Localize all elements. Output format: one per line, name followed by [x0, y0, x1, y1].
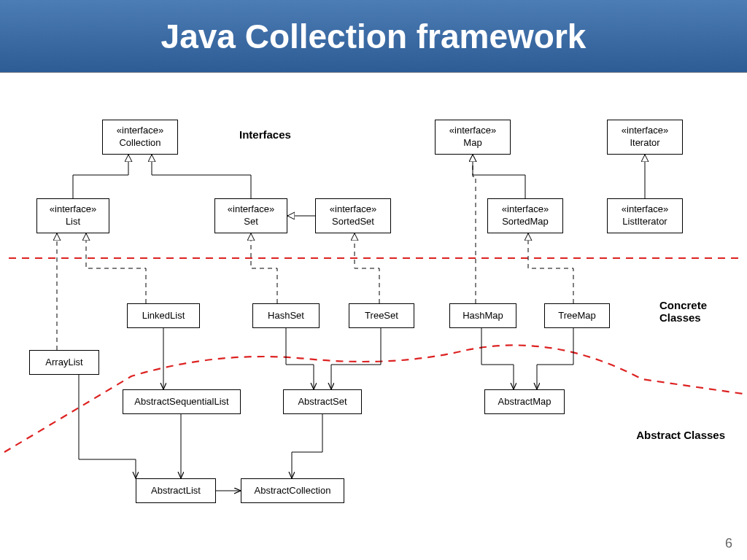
box-set: «interface» Set	[214, 198, 287, 233]
name: TreeSet	[365, 310, 398, 322]
box-collection: «interface» Collection	[102, 120, 178, 155]
box-abstractcollection: AbstractCollection	[241, 478, 344, 503]
box-treeset: TreeSet	[349, 303, 414, 328]
name: Collection	[119, 137, 160, 149]
box-linkedlist: LinkedList	[127, 303, 200, 328]
box-treemap: TreeMap	[544, 303, 610, 328]
box-hashset: HashSet	[252, 303, 320, 328]
name: HashSet	[268, 310, 304, 322]
box-map: «interface» Map	[435, 120, 511, 155]
box-hashmap: HashMap	[449, 303, 516, 328]
name: ListIterator	[622, 216, 667, 228]
name: Map	[463, 137, 481, 149]
box-listiterator: «interface» ListIterator	[607, 198, 683, 233]
slide-title: Java Collection framework	[161, 17, 587, 56]
page-number: 6	[725, 536, 732, 551]
box-arraylist: ArrayList	[29, 350, 99, 375]
name: AbstractMap	[498, 396, 551, 408]
name: Iterator	[630, 137, 659, 149]
name: LinkedList	[142, 310, 185, 322]
stereo: «interface»	[117, 125, 163, 137]
box-sortedset: «interface» SortedSet	[315, 198, 391, 233]
name: Set	[244, 216, 258, 228]
stereo: «interface»	[622, 203, 668, 216]
box-list: «interface» List	[36, 198, 109, 233]
box-abstractsequentiallist: AbstractSequentialList	[123, 389, 241, 414]
name: AbstractList	[151, 485, 201, 497]
box-abstractset: AbstractSet	[283, 389, 362, 414]
stereo: «interface»	[502, 203, 549, 216]
name: HashMap	[462, 310, 503, 322]
stereo: «interface»	[622, 125, 668, 137]
name: AbstractSet	[298, 396, 347, 408]
diagram-canvas: Interfaces Concrete Classes Abstract Cla…	[0, 73, 747, 560]
box-sortedmap: «interface» SortedMap	[487, 198, 563, 233]
slide-header: Java Collection framework	[0, 0, 747, 73]
name: SortedMap	[502, 216, 549, 228]
box-abstractmap: AbstractMap	[484, 389, 565, 414]
stereo: «interface»	[449, 125, 496, 137]
name: SortedSet	[332, 216, 374, 228]
name: List	[66, 216, 80, 228]
box-abstractlist: AbstractList	[136, 478, 216, 503]
label-interfaces: Interfaces	[239, 128, 291, 141]
label-concrete: Concrete Classes	[659, 299, 725, 324]
name: AbstractSequentialList	[134, 396, 228, 408]
name: ArrayList	[45, 357, 82, 369]
name: TreeMap	[558, 310, 596, 322]
box-iterator: «interface» Iterator	[607, 120, 683, 155]
stereo: «interface»	[330, 203, 376, 216]
label-abstract: Abstract Classes	[636, 429, 725, 441]
stereo: «interface»	[50, 203, 96, 216]
stereo: «interface»	[228, 203, 274, 216]
name: AbstractCollection	[255, 485, 331, 497]
